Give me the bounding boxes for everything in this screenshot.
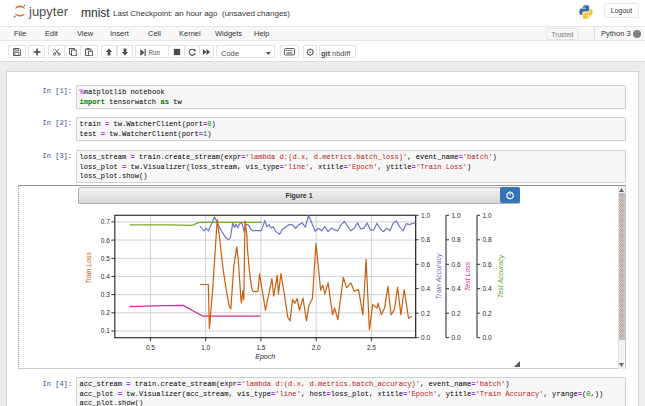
svg-text:2.5: 2.5 xyxy=(367,344,376,351)
svg-text:1.0: 1.0 xyxy=(421,212,430,219)
svg-text:0.8: 0.8 xyxy=(452,236,461,243)
svg-text:Test Loss: Test Loss xyxy=(464,261,471,291)
svg-text:0.6: 0.6 xyxy=(101,237,110,244)
svg-text:0.2: 0.2 xyxy=(101,309,110,316)
svg-text:0.5: 0.5 xyxy=(146,344,155,351)
svg-text:Train Accuracy: Train Accuracy xyxy=(435,253,443,299)
svg-text:1.0: 1.0 xyxy=(452,212,461,219)
svg-text:0.0: 0.0 xyxy=(421,334,430,341)
svg-text:0.1: 0.1 xyxy=(101,327,110,334)
svg-text:1.0: 1.0 xyxy=(201,344,210,351)
svg-text:0.8: 0.8 xyxy=(483,236,492,243)
svg-text:Run: Run xyxy=(148,49,160,56)
svg-text:1.0: 1.0 xyxy=(483,212,492,219)
svg-text:nbdiff: nbdiff xyxy=(332,49,351,58)
svg-text:1.5: 1.5 xyxy=(256,344,265,351)
svg-text:0.6: 0.6 xyxy=(452,261,461,268)
svg-text:0.4: 0.4 xyxy=(452,285,461,292)
svg-text:0.4: 0.4 xyxy=(101,273,110,280)
svg-text:0.6: 0.6 xyxy=(483,261,492,268)
svg-text:0.0: 0.0 xyxy=(483,334,492,341)
svg-text:0.7: 0.7 xyxy=(101,218,110,225)
svg-text:0.4: 0.4 xyxy=(483,285,492,292)
svg-text:Test Accuracy: Test Accuracy xyxy=(497,254,505,298)
svg-text:0.6: 0.6 xyxy=(421,261,430,268)
svg-text:0.0: 0.0 xyxy=(452,334,461,341)
svg-text:0.2: 0.2 xyxy=(483,310,492,317)
svg-text:Train Loss: Train Loss xyxy=(85,251,92,284)
svg-text:0.3: 0.3 xyxy=(101,291,110,298)
svg-text:Code: Code xyxy=(221,49,239,58)
svg-text:0.2: 0.2 xyxy=(421,310,430,317)
svg-text:git: git xyxy=(321,49,331,58)
svg-text:0.2: 0.2 xyxy=(452,310,461,317)
svg-text:0.5: 0.5 xyxy=(101,255,110,262)
svg-text:0.4: 0.4 xyxy=(421,285,430,292)
svg-text:Epoch: Epoch xyxy=(255,353,275,361)
svg-text:0.8: 0.8 xyxy=(421,236,430,243)
svg-text:2.0: 2.0 xyxy=(312,344,321,351)
